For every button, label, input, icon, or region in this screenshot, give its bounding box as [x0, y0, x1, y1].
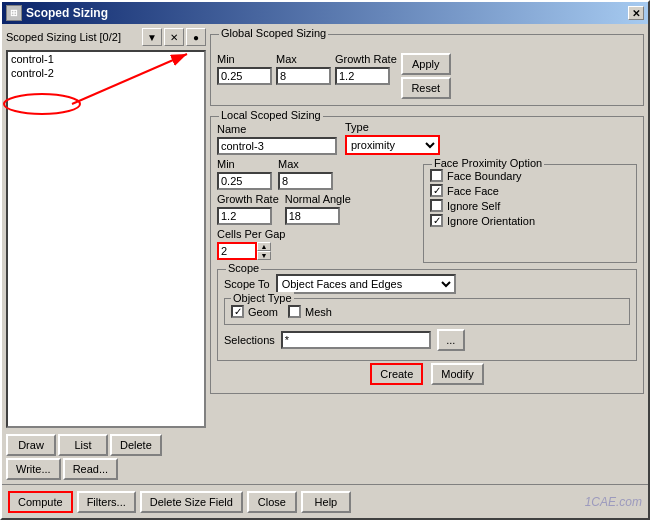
scope-to-label: Scope To: [224, 278, 270, 290]
selections-input[interactable]: [281, 331, 431, 349]
face-boundary-checkbox[interactable]: [430, 169, 443, 182]
geom-row: ✓ Geom: [231, 305, 278, 318]
face-proximity-group: Face Proximity Option Face Boundary ✓ Fa…: [423, 164, 637, 263]
geom-checkbox[interactable]: ✓: [231, 305, 244, 318]
global-growth-rate-input[interactable]: [335, 67, 390, 85]
watermark: 1CAE.com: [585, 495, 642, 509]
geom-label: Geom: [248, 306, 278, 318]
local-normal-angle-label: Normal Angle: [285, 193, 351, 205]
global-growth-rate-label: Growth Rate: [335, 53, 397, 65]
right-panel: Global Scoped Sizing Min Max Growth Rate: [210, 28, 644, 480]
local-name-label: Name: [217, 123, 337, 135]
ignore-self-label: Ignore Self: [447, 200, 500, 212]
face-boundary-row: Face Boundary: [430, 169, 630, 182]
window-title: Scoped Sizing: [26, 6, 108, 20]
cells-per-gap-label: Cells Per Gap: [217, 228, 417, 240]
global-sizing-title: Global Scoped Sizing: [219, 27, 328, 39]
list-button[interactable]: List: [58, 434, 108, 456]
ignore-self-checkbox[interactable]: [430, 199, 443, 212]
filter-button[interactable]: ▼: [142, 28, 162, 46]
local-type-select[interactable]: proximity curvature fixed: [345, 135, 440, 155]
ignore-orientation-checkbox[interactable]: ✓: [430, 214, 443, 227]
object-type-group: Object Type ✓ Geom Mesh: [224, 298, 630, 325]
global-min-label: Min: [217, 53, 272, 65]
object-type-title: Object Type: [231, 292, 294, 304]
spinner-up[interactable]: ▲: [257, 242, 271, 251]
reset-button[interactable]: Reset: [401, 77, 451, 99]
local-growth-rate-label: Growth Rate: [217, 193, 279, 205]
local-name-input[interactable]: [217, 137, 337, 155]
apply-button[interactable]: Apply: [401, 53, 451, 75]
compute-button[interactable]: Compute: [8, 491, 73, 513]
create-button[interactable]: Create: [370, 363, 423, 385]
sizing-list[interactable]: control-1 control-2: [6, 50, 206, 428]
scope-group: Scope Scope To Object Faces and Edges Ob…: [217, 269, 637, 361]
scope-to-row: Scope To Object Faces and Edges Object F…: [224, 274, 630, 294]
selections-label: Selections: [224, 334, 275, 346]
local-sizing-title: Local Scoped Sizing: [219, 109, 323, 121]
create-modify-row: Create Modify: [217, 361, 637, 387]
list-toolbar: ▼ ✕ ●: [142, 28, 206, 46]
clear-button[interactable]: ✕: [164, 28, 184, 46]
title-bar: ⊞ Scoped Sizing ✕: [2, 2, 648, 24]
help-button[interactable]: Help: [301, 491, 351, 513]
title-bar-left: ⊞ Scoped Sizing: [6, 5, 108, 21]
list-item-control-1[interactable]: control-1: [8, 52, 204, 66]
options-button[interactable]: ●: [186, 28, 206, 46]
face-proximity-title: Face Proximity Option: [432, 157, 544, 169]
footer-close-button[interactable]: Close: [247, 491, 297, 513]
local-type-label: Type: [345, 121, 440, 133]
main-window: ⊞ Scoped Sizing ✕ Scoped Sizing List [0/…: [0, 0, 650, 520]
spinner-down[interactable]: ▼: [257, 251, 271, 260]
local-sizing-group: Local Scoped Sizing Name Type proximity …: [210, 116, 644, 394]
local-min-input[interactable]: [217, 172, 272, 190]
global-max-input[interactable]: [276, 67, 331, 85]
local-growth-rate-input[interactable]: [217, 207, 272, 225]
filters-button[interactable]: Filters...: [77, 491, 136, 513]
spinner-buttons: ▲ ▼: [257, 242, 271, 260]
face-face-row: ✓ Face Face: [430, 184, 630, 197]
local-max-label: Max: [278, 158, 333, 170]
list-item-control-2[interactable]: control-2: [8, 66, 204, 80]
draw-button[interactable]: Draw: [6, 434, 56, 456]
scope-to-select[interactable]: Object Faces and Edges Object Faces Obje…: [276, 274, 456, 294]
footer-bar: Compute Filters... Delete Size Field Clo…: [2, 484, 648, 518]
left-panel: Scoped Sizing List [0/2] ▼ ✕ ● control-1…: [6, 28, 206, 480]
global-min-input[interactable]: [217, 67, 272, 85]
cells-per-gap-spinner: ▲ ▼: [217, 242, 417, 260]
cells-per-gap-input[interactable]: [217, 242, 257, 260]
scope-title: Scope: [226, 262, 261, 274]
global-sizing-row: Min Max Growth Rate Apply Reset: [217, 39, 637, 99]
close-button[interactable]: ✕: [628, 6, 644, 20]
mesh-row: Mesh: [288, 305, 332, 318]
mesh-label: Mesh: [305, 306, 332, 318]
window-icon: ⊞: [6, 5, 22, 21]
global-sizing-group: Global Scoped Sizing Min Max Growth Rate: [210, 34, 644, 106]
local-max-input[interactable]: [278, 172, 333, 190]
global-max-label: Max: [276, 53, 331, 65]
ignore-self-row: Ignore Self: [430, 199, 630, 212]
list-label: Scoped Sizing List [0/2]: [6, 31, 121, 43]
delete-size-field-button[interactable]: Delete Size Field: [140, 491, 243, 513]
face-face-checkbox[interactable]: ✓: [430, 184, 443, 197]
ignore-orientation-row: ✓ Ignore Orientation: [430, 214, 630, 227]
local-normal-angle-input[interactable]: [285, 207, 340, 225]
face-face-label: Face Face: [447, 185, 499, 197]
browse-button[interactable]: ...: [437, 329, 465, 351]
delete-button[interactable]: Delete: [110, 434, 162, 456]
modify-button[interactable]: Modify: [431, 363, 483, 385]
mesh-checkbox[interactable]: [288, 305, 301, 318]
write-button[interactable]: Write...: [6, 458, 61, 480]
local-min-label: Min: [217, 158, 272, 170]
face-boundary-label: Face Boundary: [447, 170, 522, 182]
selections-row: Selections ...: [224, 329, 630, 351]
ignore-orientation-label: Ignore Orientation: [447, 215, 535, 227]
read-button[interactable]: Read...: [63, 458, 118, 480]
list-panel-header: Scoped Sizing List [0/2] ▼ ✕ ●: [6, 28, 206, 46]
